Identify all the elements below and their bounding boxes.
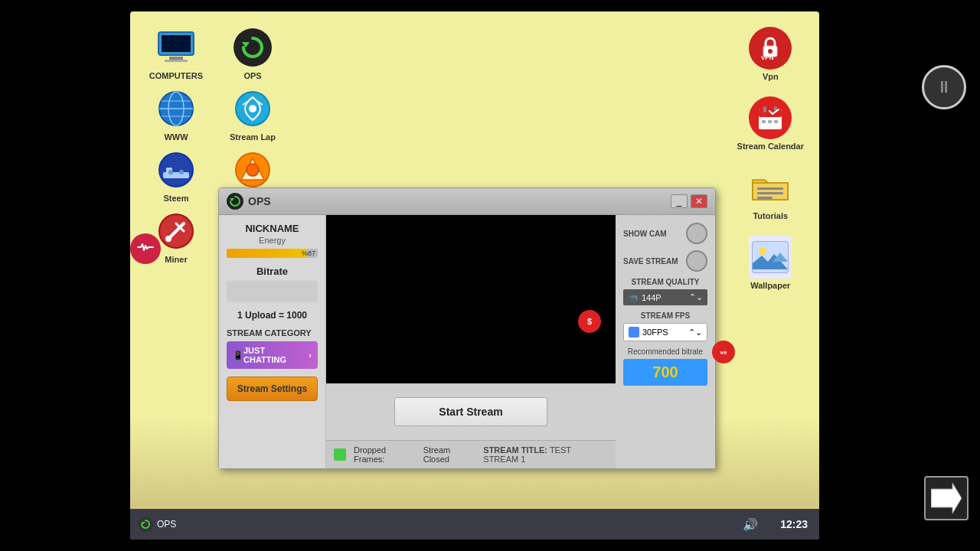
sidebar-item-www[interactable]: WWW — [145, 88, 207, 142]
svg-rect-34 — [757, 187, 783, 190]
svg-point-24 — [768, 49, 773, 54]
bitrate-label: Bitrate — [227, 266, 318, 277]
svg-rect-28 — [763, 106, 766, 112]
svg-point-22 — [165, 236, 172, 242]
icon-row-1: COMPUTERS OPS — [145, 27, 283, 80]
www-icon — [155, 88, 197, 129]
fps-select-dropdown[interactable]: 30FPS ⌃⌄ — [623, 323, 707, 341]
svg-rect-3 — [165, 60, 188, 62]
steam-icon — [155, 149, 197, 191]
streamlap-label: Stream Lap — [230, 132, 276, 142]
svg-point-15 — [168, 170, 173, 174]
sidebar-item-tutorials[interactable]: Tutorials — [749, 166, 792, 220]
ops-label: OPS — [243, 71, 261, 80]
stream-title-label: STREAM TITLE: — [483, 445, 547, 455]
volume-icon[interactable]: 🔊 — [743, 517, 758, 532]
pause-button[interactable]: ⏸ — [922, 65, 966, 109]
taskbar-ops-item[interactable]: OPS — [138, 517, 176, 532]
svg-rect-1 — [162, 35, 191, 52]
sidebar-item-streamlap[interactable]: Stream Lap — [222, 88, 283, 142]
desktop-icons-right: VPN Vpn Stream Calendar — [737, 27, 804, 290]
ops-content: NICKNAME Energy %87 Bitrate 1 Upload = 1… — [219, 215, 715, 468]
just-chatting-button[interactable]: 📱 JUST CHATTING › — [227, 341, 318, 369]
avest-icon — [232, 149, 273, 191]
ops-badge: $ — [578, 310, 601, 333]
www-label: WWW — [164, 132, 188, 142]
wallpaper-icon — [749, 236, 792, 279]
sidebar-item-wallpaper[interactable]: Wallpaper — [749, 236, 792, 290]
sidebar-item-steam[interactable]: Steem — [145, 149, 207, 203]
quality-icon: 📹 — [628, 292, 639, 302]
energy-bar-fill — [227, 249, 306, 258]
stream-fps-section: STREAM FPS — [623, 311, 707, 320]
start-stream-button[interactable]: Start Stream — [394, 397, 547, 426]
vpn-label: Vpn — [763, 72, 779, 81]
tutorials-icon — [749, 166, 792, 209]
svg-point-39 — [759, 247, 766, 255]
vpn-icon: VPN — [749, 27, 792, 70]
sidebar-item-vpn[interactable]: VPN Vpn — [749, 27, 792, 81]
show-cam-row: SHOW CAM — [623, 223, 707, 244]
miner-icon — [155, 210, 197, 252]
quality-arrow: ⌃⌄ — [689, 292, 703, 302]
svg-text:VPN: VPN — [761, 54, 774, 61]
ops-badge-text: $ — [587, 317, 592, 326]
ops-icon — [232, 27, 273, 68]
just-chatting-arrow: › — [309, 350, 312, 360]
show-cam-label: SHOW CAM — [623, 230, 667, 238]
fps-value: 30FPS — [642, 328, 668, 337]
dropped-frames-label: Dropped Frames: — [354, 445, 416, 464]
svg-point-12 — [159, 153, 193, 187]
minimize-button[interactable]: _ — [671, 194, 688, 208]
ops-left-panel: NICKNAME Energy %87 Bitrate 1 Upload = 1… — [219, 215, 326, 468]
ops-energy-label: Energy — [227, 236, 318, 245]
exit-button[interactable] — [924, 476, 969, 520]
ops-status-bar: Dropped Frames: Stream Closed STREAM TIT… — [326, 440, 616, 468]
svg-rect-36 — [757, 197, 773, 199]
ops-center-panel: Start Stream Dropped Frames: Stream Clos… — [326, 215, 616, 468]
svg-marker-42 — [931, 483, 962, 514]
taskbar-ops-label: OPS — [157, 519, 176, 530]
bitrate-bar — [227, 281, 318, 302]
ops-right-panel: SHOW CAM SAVE STREAM STREAM QUALITY 📹 14… — [616, 215, 715, 468]
energy-bar: %87 — [227, 249, 318, 258]
calendar-icon — [749, 96, 792, 139]
quality-value: 144P — [642, 293, 662, 302]
upload-text: 1 Upload = 1000 — [227, 310, 318, 321]
taskbar-time: 12:23 — [780, 518, 808, 530]
fps-arrow: ⌃⌄ — [688, 328, 702, 337]
save-stream-label: SAVE STREAM — [623, 257, 678, 266]
wallpaper-label: Wallpaper — [750, 281, 790, 290]
desktop-screen: COMPUTERS OPS — [130, 11, 819, 540]
ops-title-icon — [227, 193, 243, 210]
sidebar-item-ops[interactable]: OPS — [222, 27, 283, 80]
bitrate-value-box: 700 — [623, 359, 707, 386]
svg-point-18 — [247, 164, 259, 176]
ops-nickname: NICKNAME — [227, 223, 318, 234]
live-badge-text: ve — [720, 349, 727, 356]
svg-rect-31 — [768, 120, 772, 123]
stream-title-area: STREAM TITLE: TEST STREAM 1 — [483, 445, 608, 464]
show-cam-toggle[interactable] — [686, 223, 707, 244]
taskbar-ops-icon — [138, 517, 153, 532]
save-stream-toggle[interactable] — [686, 250, 707, 272]
ops-window-title: OPS — [227, 193, 271, 210]
miner-label: Miner — [165, 255, 187, 264]
sidebar-item-computers[interactable]: COMPUTERS — [145, 27, 207, 80]
stream-calendar-label: Stream Calendar — [737, 142, 804, 151]
sidebar-item-stream-calendar[interactable]: Stream Calendar — [737, 96, 804, 151]
computers-label: COMPUTERS — [149, 71, 203, 80]
close-button[interactable]: ✕ — [691, 194, 707, 208]
live-badge: ve — [712, 341, 735, 364]
stream-settings-button[interactable]: Stream Settings — [227, 377, 318, 401]
tutorials-label: Tutorials — [753, 211, 788, 220]
stream-preview — [326, 215, 616, 383]
status-dot-green — [334, 448, 346, 461]
taskbar: OPS 🔊 12:23 — [130, 509, 819, 540]
energy-pct: %87 — [302, 249, 315, 258]
quality-select-dropdown[interactable]: 📹 144P ⌃⌄ — [623, 289, 707, 305]
save-stream-row: SAVE STREAM — [623, 250, 707, 272]
svg-point-11 — [249, 105, 256, 112]
stream-category-label: STREAM CATEGORY — [227, 328, 318, 337]
just-chatting-label: JUST CHATTING — [243, 346, 309, 364]
